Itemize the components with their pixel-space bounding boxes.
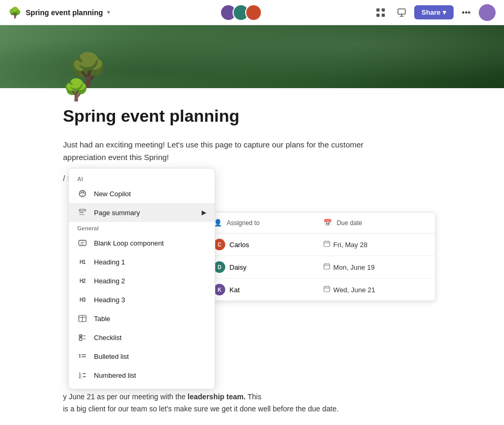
avatar-user3[interactable] [245, 4, 262, 21]
more-options-button[interactable]: ••• [458, 4, 475, 21]
assigned-cell-daisy[interactable]: D Daisy [205, 256, 315, 279]
loop-table-panel: 👤 Assigned to 📅 Due date C Carlos [205, 212, 436, 301]
apps-button[interactable] [372, 4, 389, 21]
avatar-group [220, 4, 262, 21]
person-name-carlos: Carlos [229, 241, 249, 249]
svg-point-15 [79, 356, 81, 358]
menu-section-general: General [69, 222, 215, 233]
loop-table: 👤 Assigned to 📅 Due date C Carlos [205, 212, 435, 301]
page-icon: 🌳 [63, 78, 441, 102]
menu-item-new-copilot[interactable]: New Copilot [69, 184, 215, 203]
date-cell-carlos[interactable]: Fri, May 28 [315, 233, 435, 256]
nav-chevron-icon[interactable]: ▾ [107, 9, 110, 16]
menu-item-numbered-list-label: Numbered list [94, 371, 136, 379]
calendar-icon-carlos [323, 240, 330, 249]
calendar-icon-daisy [323, 263, 330, 271]
svg-rect-20 [324, 286, 330, 292]
more-icon: ••• [462, 8, 471, 17]
date-value-daisy: Mon, June 19 [333, 263, 375, 271]
svg-rect-3 [382, 14, 385, 17]
page-summary-icon [77, 207, 88, 218]
person-name-daisy: Daisy [229, 263, 247, 271]
svg-rect-18 [324, 241, 330, 247]
present-button[interactable] [393, 4, 410, 21]
insert-menu: AI New Copilot Page summary ▶ General [68, 168, 215, 389]
table-header-row: 👤 Assigned to 📅 Due date [205, 212, 435, 233]
menu-item-heading3-label: Heading 3 [94, 296, 125, 304]
date-value-carlos: Fri, May 28 [333, 241, 368, 249]
menu-section-ai: AI [69, 173, 215, 184]
table-row: D Daisy Mon, June 19 [205, 256, 435, 279]
user-avatar[interactable] [479, 4, 496, 21]
menu-item-new-copilot-label: New Copilot [94, 190, 131, 198]
svg-point-14 [79, 354, 81, 356]
nav-right: Share ▾ ••• [372, 4, 496, 21]
col-due-date: 📅 Due date [315, 212, 435, 233]
numbered-list-icon: 1. 2. [77, 370, 88, 380]
nav-avatars [220, 4, 262, 21]
bulleted-list-icon [77, 351, 88, 362]
menu-item-heading1-label: Heading 1 [94, 258, 125, 266]
apps-icon [376, 8, 385, 17]
top-nav: 🌳 Spring event planning ▾ Share [0, 0, 504, 25]
avatar-daisy: D [214, 261, 225, 273]
menu-item-checklist-label: Checklist [94, 334, 122, 342]
svg-rect-8 [79, 212, 83, 213]
page-nav-title: Spring event planning [26, 8, 103, 17]
menu-item-blank-loop-label: Blank Loop component [94, 239, 164, 247]
bottom-text-bold: leadership team. [187, 392, 246, 401]
col-assigned-to: 👤 Assigned to [205, 212, 315, 233]
calendar-icon-kat [323, 285, 330, 294]
menu-item-heading3[interactable]: H3 Heading 3 [69, 290, 215, 309]
calendar-icon: 📅 [323, 219, 332, 227]
svg-text:2.: 2. [79, 375, 82, 379]
page-title: Spring event planning [63, 107, 441, 126]
menu-item-heading1[interactable]: H1 Heading 1 [69, 252, 215, 271]
menu-item-table-label: Table [94, 315, 110, 323]
svg-rect-19 [324, 264, 330, 269]
cursor-icon: / [63, 174, 65, 183]
menu-item-table[interactable]: Table [69, 309, 215, 328]
present-icon [397, 8, 406, 17]
menu-item-blank-loop[interactable]: Blank Loop component [69, 233, 215, 252]
svg-rect-1 [382, 8, 385, 12]
bottom-text-prefix: y June 21 as per our meeting with the [63, 392, 187, 401]
svg-rect-2 [376, 14, 380, 17]
share-chevron: ▾ [443, 8, 446, 16]
page-content: 🌳 Spring event planning Just had an exci… [0, 78, 504, 183]
share-button[interactable]: Share ▾ [414, 5, 454, 19]
heading2-icon: H2 [77, 275, 88, 286]
menu-arrow-icon: ▶ [202, 209, 206, 216]
bottom-text: y June 21 as per our meeting with the le… [63, 391, 441, 415]
assigned-cell-kat[interactable]: K Kat [205, 279, 315, 301]
svg-rect-9 [79, 214, 85, 215]
page-description: Just had an exciting meeting! Let's use … [63, 139, 388, 164]
menu-item-heading2[interactable]: H2 Heading 2 [69, 271, 215, 290]
svg-rect-4 [398, 9, 405, 14]
svg-point-5 [79, 190, 86, 197]
date-cell-kat[interactable]: Wed, June 21 [315, 279, 435, 301]
table-icon [77, 313, 88, 324]
person-name-kat: Kat [229, 286, 240, 294]
share-label: Share [422, 8, 440, 16]
heading3-icon: H3 [77, 294, 88, 305]
svg-rect-7 [79, 209, 86, 211]
menu-item-checklist[interactable]: Checklist [69, 328, 215, 347]
avatar-carlos: C [214, 239, 225, 250]
menu-item-page-summary[interactable]: Page summary ▶ [69, 203, 215, 222]
menu-item-bulleted-list-label: Bulleted list [94, 353, 129, 360]
svg-rect-13 [79, 338, 82, 341]
avatar-kat: K [214, 284, 225, 295]
loop-component-icon [77, 238, 88, 248]
svg-rect-10 [79, 240, 86, 246]
menu-item-heading2-label: Heading 2 [94, 277, 125, 285]
svg-point-6 [82, 195, 83, 196]
heading1-icon: H1 [77, 257, 88, 267]
date-cell-daisy[interactable]: Mon, June 19 [315, 256, 435, 279]
menu-item-bulleted-list[interactable]: Bulleted list [69, 347, 215, 366]
assigned-cell-carlos[interactable]: C Carlos [205, 233, 315, 256]
svg-rect-0 [376, 8, 380, 12]
app-logo-icon: 🌳 [8, 6, 22, 19]
menu-item-page-summary-label: Page summary [94, 209, 140, 217]
menu-item-numbered-list[interactable]: 1. 2. Numbered list [69, 366, 215, 385]
